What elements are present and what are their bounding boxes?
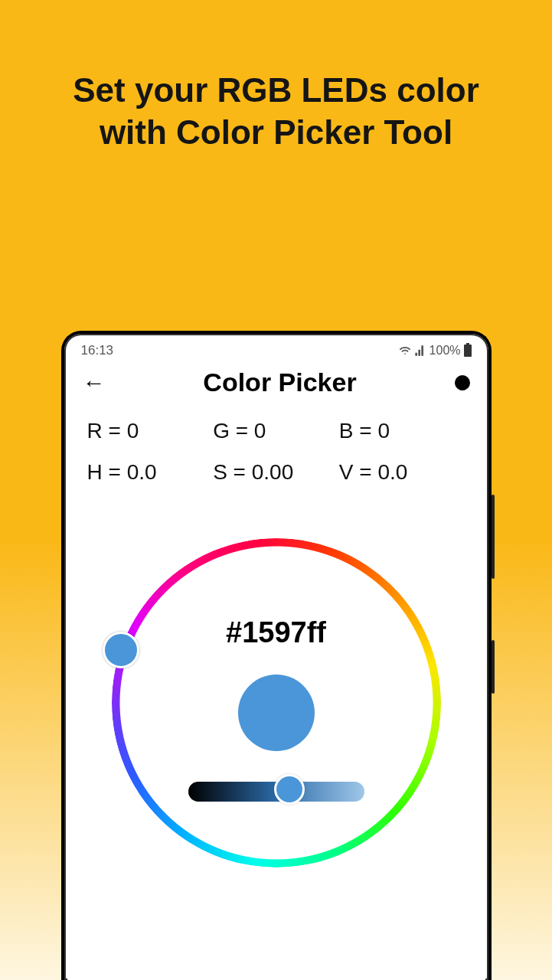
color-swatch <box>238 675 315 751</box>
status-right: 100% <box>399 344 472 358</box>
phone-screen: 16:13 100% ← Color Picker R = 0 G = 0 B … <box>67 337 485 980</box>
value-r: R = 0 <box>87 419 214 443</box>
back-arrow-icon[interactable]: ← <box>83 371 106 394</box>
value-s: S = 0.00 <box>213 460 339 485</box>
value-h: H = 0.0 <box>87 460 214 485</box>
value-slider-handle[interactable] <box>274 774 305 805</box>
phone-side-button <box>492 640 495 694</box>
value-slider[interactable] <box>188 782 364 802</box>
page-title: Color Picker <box>203 368 356 397</box>
camera-dot <box>455 375 470 390</box>
phone-side-button <box>492 495 495 579</box>
value-v: V = 0.0 <box>339 460 465 485</box>
app-header: ← Color Picker <box>67 360 485 402</box>
value-b: B = 0 <box>339 419 465 443</box>
color-picker-area: #1597ff <box>67 538 485 867</box>
color-values-grid: R = 0 G = 0 B = 0 H = 0.0 S = 0.00 V = 0… <box>67 402 485 485</box>
signal-icon <box>414 345 426 357</box>
promo-headline: Set your RGB LEDs color with Color Picke… <box>47 69 506 153</box>
value-g: G = 0 <box>213 419 339 443</box>
hue-ring-container: #1597ff <box>112 538 441 867</box>
status-bar: 16:13 100% <box>67 337 485 360</box>
battery-icon <box>464 345 472 357</box>
hex-value: #1597ff <box>112 616 441 649</box>
status-time: 16:13 <box>81 343 114 358</box>
status-battery-text: 100% <box>430 344 461 358</box>
wifi-icon <box>399 345 411 357</box>
phone-frame: 16:13 100% ← Color Picker R = 0 G = 0 B … <box>61 331 492 980</box>
